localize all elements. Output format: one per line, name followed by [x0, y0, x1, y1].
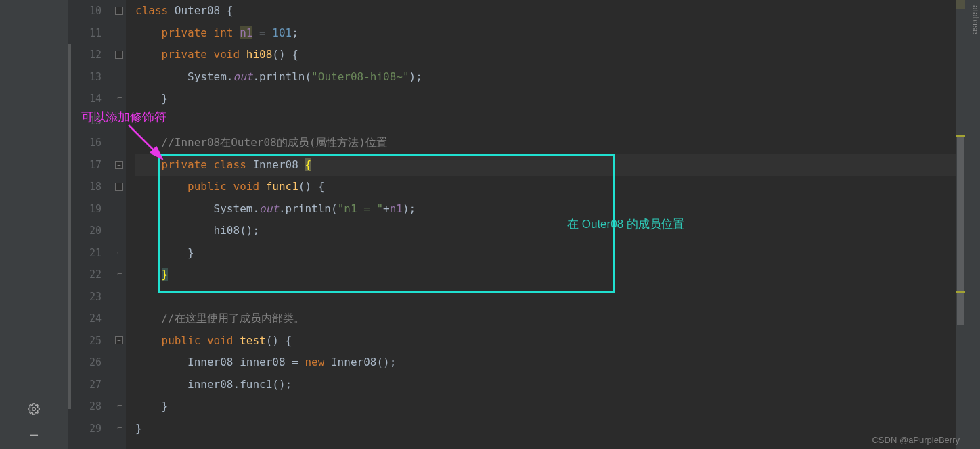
line-number: 12 [68, 44, 114, 66]
code-line[interactable]: class Outer08 { [135, 0, 965, 22]
annotation-magenta-label: 可以添加修饰符 [81, 109, 166, 125]
line-number: 26 [68, 352, 114, 374]
code-line[interactable]: System.out.println("n1 = "+n1); [135, 198, 965, 220]
fold-end-icon: ⌐ [117, 401, 122, 408]
line-number: 17 [68, 154, 114, 176]
code-line[interactable] [135, 110, 965, 133]
code-line[interactable]: hi08(); [135, 220, 965, 242]
scrollbar-status-indicator [956, 0, 965, 9]
code-line[interactable] [135, 286, 965, 308]
line-number: 24 [68, 308, 114, 330]
scroll-indicator [68, 44, 71, 409]
fold-end-icon: ⌐ [117, 93, 122, 100]
code-line[interactable]: //Inner08在Outer08的成员(属性方法)位置 [135, 132, 965, 154]
line-number: 13 [68, 66, 114, 89]
line-number: 25 [68, 330, 114, 352]
fold-toggle-icon[interactable]: − [115, 51, 123, 59]
code-line[interactable]: System.out.println("Outer08-hi08~"); [135, 66, 965, 89]
fold-gutter: − − ⌐ − − ⌐ ⌐ − ⌐ ⌐ [114, 0, 126, 449]
fold-toggle-icon[interactable]: − [115, 7, 123, 15]
code-line[interactable]: } [135, 242, 965, 264]
line-number: 28 [68, 396, 114, 418]
tool-sidebar: — [0, 0, 68, 449]
line-number: 27 [68, 374, 114, 396]
scrollbar-marker [956, 291, 965, 293]
line-number: 23 [68, 286, 114, 308]
line-number: 11 [68, 22, 114, 45]
line-number: 21 [68, 242, 114, 264]
line-number: 18 [68, 176, 114, 198]
line-number: 19 [68, 198, 114, 220]
code-line[interactable]: } [135, 264, 965, 286]
fold-toggle-icon[interactable]: − [115, 336, 123, 344]
fold-toggle-icon[interactable]: − [115, 161, 123, 169]
code-line[interactable]: Inner08 inner08 = new Inner08(); [135, 352, 965, 374]
gear-icon[interactable] [28, 403, 40, 418]
code-line[interactable]: private void hi08() { [135, 44, 965, 66]
line-number: 22 [68, 264, 114, 286]
code-line[interactable]: public void test() { [135, 330, 965, 352]
scrollbar-thumb[interactable] [957, 135, 964, 325]
line-number-gutter: 10 11 12 13 14 15 16 17 18 19 20 21 22 2… [68, 0, 114, 449]
line-number: 20 [68, 220, 114, 242]
fold-end-icon: ⌐ [117, 423, 122, 430]
code-line[interactable]: } [135, 396, 965, 418]
code-line[interactable]: } [135, 88, 965, 110]
line-number: 10 [68, 0, 114, 22]
fold-end-icon: ⌐ [117, 247, 122, 254]
watermark-label: CSDN @aPurpleBerry [872, 435, 960, 445]
line-number: 29 [68, 418, 114, 440]
code-line[interactable]: //在这里使用了成员内部类。 [135, 308, 965, 330]
scrollbar-track[interactable] [956, 0, 965, 449]
scrollbar-marker [956, 135, 965, 137]
code-content[interactable]: class Outer08 { private int n1 = 101; pr… [126, 0, 965, 449]
annotation-teal-label: 在 Outer08 的成员位置 [567, 216, 684, 232]
svg-point-0 [32, 408, 36, 411]
line-number: 16 [68, 132, 114, 154]
line-number: 14 [68, 88, 114, 110]
database-tool-tab[interactable]: atabase [965, 0, 980, 449]
fold-end-icon: ⌐ [117, 269, 122, 276]
code-line[interactable]: private class Inner08 { [135, 154, 965, 176]
code-line[interactable]: private int n1 = 101; [135, 22, 965, 45]
code-line[interactable]: inner08.func1(); [135, 374, 965, 396]
code-line[interactable]: public void func1() { [135, 176, 965, 198]
minimize-icon[interactable]: — [30, 426, 38, 442]
main-container: — 10 11 12 13 14 15 16 17 18 19 20 21 22… [0, 0, 980, 449]
editor-area[interactable]: 10 11 12 13 14 15 16 17 18 19 20 21 22 2… [68, 0, 965, 449]
fold-toggle-icon[interactable]: − [115, 183, 123, 191]
code-line[interactable]: } [135, 418, 965, 440]
